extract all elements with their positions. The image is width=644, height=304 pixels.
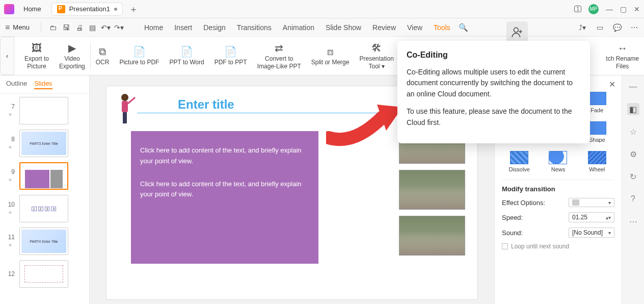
rename-icon: ↔ bbox=[618, 42, 628, 54]
thumb-row[interactable]: 11✦ PART4 Enter Title bbox=[4, 227, 85, 255]
loop-label: Loop until next sound bbox=[511, 243, 569, 250]
screen-icon[interactable]: ▭ bbox=[595, 23, 604, 32]
menu-icon[interactable]: ≡ bbox=[5, 23, 10, 32]
sound-label: Sound: bbox=[502, 229, 523, 237]
close-button[interactable]: ✕ bbox=[634, 5, 640, 13]
ppt-word-icon: 📄 bbox=[180, 45, 193, 58]
slide-thumb-11[interactable]: PART4 Enter Title bbox=[19, 227, 68, 255]
close-panel-button[interactable]: ✕ bbox=[609, 80, 615, 89]
more-strip-icon[interactable]: ⋯ bbox=[627, 215, 639, 227]
transition-news[interactable]: News bbox=[541, 151, 575, 172]
convert-imagelike-button[interactable]: ⇄Convert to Image-Like PPT bbox=[252, 37, 306, 75]
new-tab-button[interactable]: ＋ bbox=[129, 3, 138, 15]
slide-thumb-8[interactable]: PART3 Enter Title bbox=[19, 130, 68, 157]
slides-tab[interactable]: Slides bbox=[34, 80, 52, 89]
chat-icon[interactable]: 💬 bbox=[612, 23, 622, 32]
outline-pane: Outline Slides 7✦ 8✦ PART3 Enter Title 9… bbox=[0, 75, 90, 304]
slide-thumb-7[interactable] bbox=[19, 97, 68, 124]
more-icon[interactable]: ⋯ bbox=[630, 23, 639, 32]
print-preview-icon[interactable]: ▤ bbox=[88, 23, 97, 32]
body-paragraph-2: Click here to add content of the text, a… bbox=[140, 179, 309, 200]
video-exporting-button[interactable]: ▶Video Exporting bbox=[54, 37, 90, 75]
avatar[interactable]: MP bbox=[588, 4, 599, 14]
pdf-to-ppt-button[interactable]: 📄PDF to PPT bbox=[209, 37, 252, 75]
history-icon[interactable]: ↻ bbox=[627, 170, 639, 183]
tab-view[interactable]: View bbox=[407, 23, 422, 32]
thumb-row[interactable]: 10✦ 1234 bbox=[4, 195, 85, 222]
loop-checkbox[interactable] bbox=[502, 243, 508, 249]
chevron-down-icon: ▾ bbox=[608, 200, 611, 206]
batch-rename-button[interactable]: ↔tch Rename Files bbox=[606, 37, 644, 75]
settings-sliders-icon[interactable]: ⚙ bbox=[627, 148, 639, 160]
menu-label[interactable]: Menu bbox=[13, 23, 30, 31]
print-icon[interactable]: 🖨 bbox=[75, 23, 84, 32]
ocr-button[interactable]: ⧉OCR bbox=[91, 37, 115, 75]
convert-icon: ⇄ bbox=[275, 42, 283, 54]
help-icon[interactable]: ? bbox=[627, 193, 639, 205]
image-placeholder-2[interactable] bbox=[399, 170, 465, 210]
home-tab[interactable]: Home bbox=[17, 3, 47, 15]
thumb-row[interactable]: 12 bbox=[4, 260, 85, 288]
content-text-box[interactable]: Click here to add content of the text, a… bbox=[131, 131, 318, 264]
tool-label: PDF to PPT bbox=[214, 59, 247, 66]
sound-combo[interactable]: [No Sound]▾ bbox=[569, 227, 614, 238]
image-placeholder-3[interactable] bbox=[399, 216, 465, 256]
maximize-button[interactable]: ▢ bbox=[620, 5, 627, 13]
minimize-button[interactable]: — bbox=[606, 5, 613, 13]
tab-home[interactable]: Home bbox=[144, 23, 163, 32]
thumb-row[interactable]: 9✦ bbox=[4, 162, 85, 190]
transition-wheel[interactable]: Wheel bbox=[580, 151, 614, 172]
ppt-to-word-button[interactable]: 📄PPT to Word bbox=[164, 37, 209, 75]
redo-icon[interactable]: ↷▾ bbox=[115, 23, 124, 32]
effect-options-combo[interactable]: ▾ bbox=[569, 198, 614, 207]
tab-animation[interactable]: Animation bbox=[283, 23, 314, 32]
tool-label: PPT to Word bbox=[169, 59, 204, 66]
speed-spinner[interactable]: 01.25▴▾ bbox=[569, 212, 614, 222]
effect-options-label: Effect Options: bbox=[502, 199, 545, 207]
split-merge-button[interactable]: ⧈Split or Merge bbox=[306, 37, 355, 75]
body-paragraph-1: Click here to add content of the text, a… bbox=[140, 145, 309, 167]
video-export-icon: ▶ bbox=[68, 42, 76, 54]
trans-label: News bbox=[551, 166, 566, 172]
co-editing-button[interactable] bbox=[506, 21, 528, 43]
object-layer-icon[interactable]: ◧ bbox=[627, 103, 639, 115]
slide-thumb-9-selected[interactable] bbox=[19, 162, 68, 190]
save-icon[interactable]: 🖫 bbox=[62, 23, 71, 32]
presentation-tool-button[interactable]: 🛠Presentation Tool ▾ bbox=[354, 37, 398, 75]
ribbon-scroll-left[interactable]: ‹ bbox=[0, 37, 14, 75]
slide-title[interactable]: Enter title bbox=[178, 97, 234, 112]
open-icon[interactable]: 🗀 bbox=[48, 23, 58, 32]
tab-insert[interactable]: Insert bbox=[174, 23, 192, 32]
presenter-badge[interactable]: 1 bbox=[574, 6, 581, 12]
thumb-row[interactable]: 8✦ PART3 Enter Title bbox=[4, 130, 85, 157]
tab-review[interactable]: Review bbox=[372, 23, 396, 32]
slide-thumbnail-list[interactable]: 7✦ 8✦ PART3 Enter Title 9✦ 10✦ 1234 11✦ … bbox=[0, 94, 89, 304]
slide-thumb-10[interactable]: 1234 bbox=[19, 195, 68, 222]
modify-transition-label: Modify transition bbox=[502, 185, 614, 193]
thumb-row[interactable]: 7✦ bbox=[4, 97, 85, 124]
export-picture-icon: 🖼 bbox=[32, 42, 42, 54]
split-icon: ⧈ bbox=[327, 45, 334, 58]
export-to-picture-button[interactable]: 🖼Export to Picture bbox=[19, 37, 54, 75]
tool-label: Picture to PDF bbox=[119, 59, 159, 66]
transition-dissolve[interactable]: Dissolve bbox=[502, 151, 536, 172]
tab-design[interactable]: Design bbox=[203, 23, 226, 32]
right-sidebar-strip: — ◧ ☆ ⚙ ↻ ? ⋯ bbox=[622, 75, 644, 304]
quick-access-toolbar: 🗀 🖫 🖨 ▤ ↶▾ ↷▾ bbox=[48, 23, 124, 32]
tool-label: tch Rename Files bbox=[606, 55, 639, 70]
document-tab[interactable]: Presentation1 bbox=[51, 3, 123, 16]
svg-rect-1 bbox=[122, 101, 128, 112]
tab-slideshow[interactable]: Slide Show bbox=[326, 23, 361, 32]
outline-tab[interactable]: Outline bbox=[6, 80, 27, 89]
share-icon[interactable]: ⤴▾ bbox=[578, 23, 587, 32]
collapse-strip-icon[interactable]: — bbox=[627, 81, 639, 93]
picture-to-pdf-button[interactable]: 📄Picture to PDF bbox=[114, 37, 164, 75]
tab-transitions[interactable]: Transitions bbox=[237, 23, 272, 32]
search-icon[interactable]: 🔍 bbox=[459, 23, 468, 32]
tab-tools[interactable]: Tools bbox=[434, 23, 450, 32]
undo-icon[interactable]: ↶▾ bbox=[101, 23, 111, 32]
chevron-down-icon: ▾ bbox=[608, 230, 611, 236]
favorites-icon[interactable]: ☆ bbox=[627, 125, 639, 138]
tool-label: Export to Picture bbox=[24, 55, 49, 70]
slide-thumb-12[interactable] bbox=[19, 260, 68, 288]
